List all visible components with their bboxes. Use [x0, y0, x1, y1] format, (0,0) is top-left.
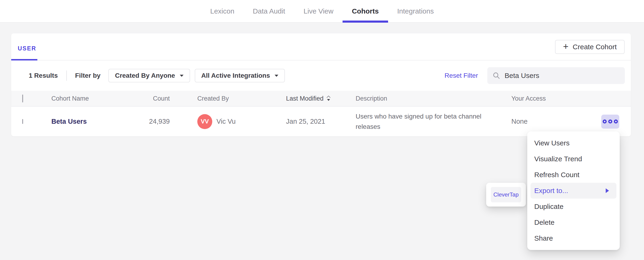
plus-icon: +: [563, 42, 568, 51]
created-by-dropdown-value: Created By Anyone: [115, 72, 175, 79]
creator-name: Vic Vu: [216, 118, 236, 125]
cohort-context-menu: View Users Visualize Trend Refresh Count…: [527, 132, 620, 250]
integrations-dropdown[interactable]: All Active Integrations: [195, 69, 285, 82]
created-by-cell: VV Vic Vu: [170, 114, 286, 129]
column-header-created-by: Created By: [170, 95, 286, 102]
column-header-last-modified[interactable]: Last Modified: [286, 95, 356, 102]
reset-filter-link[interactable]: Reset Filter: [444, 72, 478, 79]
created-by-dropdown[interactable]: Created By Anyone: [108, 69, 190, 82]
menu-item-duplicate[interactable]: Duplicate: [530, 198, 616, 214]
column-header-your-access: Your Access: [511, 95, 590, 102]
avatar: VV: [197, 114, 212, 129]
menu-item-refresh-count[interactable]: Refresh Count: [530, 167, 616, 183]
filter-toolbar: 1 Results Filter by Created By Anyone Al…: [11, 60, 631, 91]
last-modified-date: Jan 25, 2021: [286, 118, 356, 125]
ellipsis-icon: [614, 120, 618, 124]
create-cohort-button[interactable]: + Create Cohort: [555, 40, 624, 54]
cohort-name-link[interactable]: Beta Users: [51, 118, 87, 125]
tab-data-audit[interactable]: Data Audit: [253, 0, 285, 22]
table-header-row: Cohort Name Count Created By Last Modifi…: [11, 91, 631, 107]
export-to-label: Export to...: [534, 187, 568, 195]
sort-icon: [326, 95, 331, 102]
integrations-dropdown-value: All Active Integrations: [201, 72, 270, 79]
chevron-down-icon: [180, 75, 184, 77]
export-submenu: CleverTap: [486, 183, 526, 206]
column-header-description: Description: [356, 95, 511, 102]
cohort-count: 24,939: [149, 118, 170, 125]
ellipsis-icon: [603, 120, 607, 124]
row-checkbox[interactable]: [22, 119, 23, 124]
menu-item-export-to[interactable]: Export to...: [530, 183, 616, 198]
results-count: 1 Results: [29, 72, 58, 79]
submenu-arrow-icon: [606, 188, 609, 193]
column-header-count: Count: [153, 95, 170, 102]
last-modified-label: Last Modified: [286, 95, 324, 102]
search-icon: [492, 72, 500, 80]
search-input-value: Beta Users: [504, 72, 539, 80]
search-input[interactable]: Beta Users: [487, 67, 625, 84]
tab-integrations[interactable]: Integrations: [397, 0, 434, 22]
ellipsis-icon: [608, 120, 612, 124]
divider: [66, 70, 67, 81]
tab-lexicon[interactable]: Lexicon: [210, 0, 234, 22]
select-all-checkbox[interactable]: [22, 94, 23, 102]
cohort-description: Users who have signed up for beta channe…: [356, 111, 496, 132]
menu-item-delete[interactable]: Delete: [530, 214, 616, 230]
menu-item-clevertap[interactable]: CleverTap: [491, 187, 521, 202]
menu-item-share[interactable]: Share: [530, 230, 616, 246]
row-actions-button[interactable]: [601, 114, 619, 128]
create-cohort-label: Create Cohort: [573, 43, 617, 51]
cohorts-card: USER + Create Cohort 1 Results Filter by…: [11, 34, 631, 136]
filter-by-label: Filter by: [75, 72, 101, 79]
tab-live-view[interactable]: Live View: [304, 0, 334, 22]
cohort-type-tabstrip: USER + Create Cohort: [11, 34, 631, 60]
menu-item-view-users[interactable]: View Users: [530, 135, 616, 151]
chevron-down-icon: [274, 75, 278, 77]
menu-item-visualize-trend[interactable]: Visualize Trend: [530, 151, 616, 167]
tab-user[interactable]: USER: [18, 45, 36, 52]
tab-cohorts[interactable]: Cohorts: [352, 0, 379, 22]
active-tab-underline: [11, 59, 37, 60]
your-access-value: None: [511, 118, 590, 125]
column-header-cohort-name: Cohort Name: [51, 95, 133, 102]
top-nav-bar: Lexicon Data Audit Live View Cohorts Int…: [0, 0, 644, 23]
